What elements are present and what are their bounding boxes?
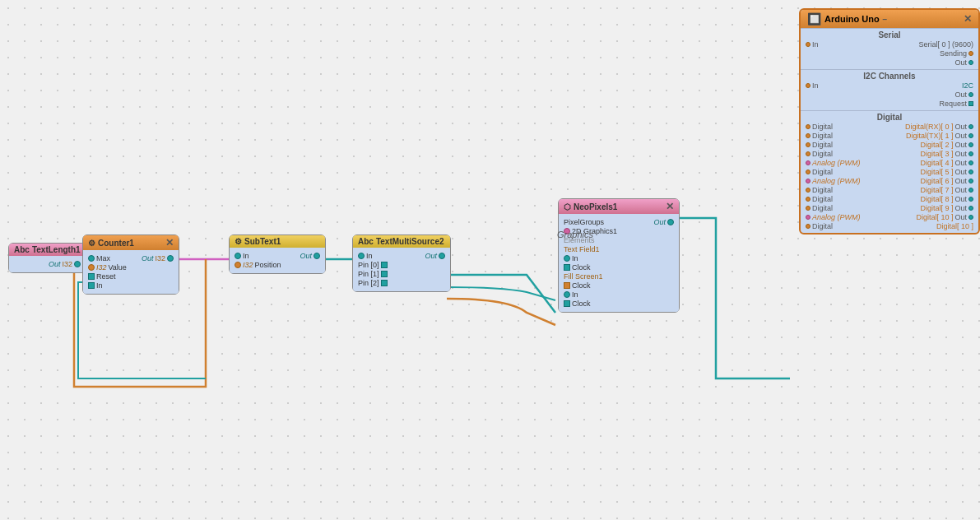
arduino-dig7-sub: Digital[ 7 ] [920,186,953,194]
textmultisource-out-label: Out [425,252,437,260]
counter-out-label: Out [142,254,154,262]
arduino-dig7-out-dot [968,188,973,193]
arduino-title: Arduino Uno [824,14,880,24]
arduino-dig5-out: Out [954,168,967,176]
counter-value-text: Value [109,263,127,272]
arduino-dig4-out: Out [954,159,967,167]
neopixels-close[interactable]: ✕ [666,201,674,212]
arduino-serial-sending-row: Sending [806,49,973,58]
subtext-inout-row: In Out [235,252,320,260]
counter-reset-label: Reset [96,272,116,281]
arduino-serial-sending-dot [968,51,973,56]
counter-out-port: Out I32 [142,254,174,262]
neopixels-in2-dot [564,291,570,298]
arduino-dig9-label: Digital [812,204,833,212]
arduino-dig8-row: Digital Digital[ 8 ] Out [806,195,973,203]
arduino-dig-rx-out: Out [954,123,967,131]
counter-in-label: In [96,281,103,290]
arduino-dig5-dot [806,169,810,174]
neopixels-graphics-label: 2D Graphics1 [572,227,617,235]
textmultisource-pin1-row: Pin [1] [358,270,445,278]
arduino-dig9-dot [806,206,810,211]
neopixels-fs-row: Fill Screen1 [564,272,674,281]
neopixels-fs-label: Fill Screen1 [564,272,603,281]
arduino-dig-rx-label: Digital [812,123,833,131]
counter-reset-square [88,273,95,280]
arduino-dig-tx-out: Out [954,132,967,140]
counter-max-port: Max [88,254,110,262]
subtext-in-port: In [235,252,249,260]
subtext-node[interactable]: ⚙ SubText1 In Out I32 Position [229,234,326,274]
arduino-close[interactable]: ✕ [964,13,972,25]
arduino-minimize[interactable]: − [883,15,888,24]
arduino-dig6-sub: Digital[ 6 ] [920,177,953,185]
arduino-dig3-out: Out [954,150,967,158]
arduino-dig5-sub: Digital[ 5 ] [920,168,953,176]
arduino-dig7-label: Digital [812,186,833,194]
subtext-pos-row: I32 Position [235,261,320,269]
neopixels-elements-label: Elements [564,236,595,244]
arduino-dig-rx-dot [806,124,810,129]
subtext-body: In Out I32 Position [230,248,325,273]
neopixels-title: NeoPixels1 [574,202,617,211]
textmultisource-header: Abc TextMultiSource2 [353,235,450,248]
neopixels-in1-port: In [564,254,578,262]
arduino-dig2-out: Out [954,141,967,149]
arduino-dig10-analog-dot [806,215,810,220]
arduino-dig3-dot [806,151,810,156]
arduino-dig8-out: Out [954,195,967,203]
arduino-dig9-row: Digital Digital[ 9 ] Out [806,204,973,212]
textmultisource-pin1-square [381,271,388,277]
arduino-dig10-out-dot [968,215,973,220]
arduino-i2c-sub: I2C [962,81,973,90]
neopixels-pg-label: PixelGroups [564,218,604,226]
counter-max-label: Max [96,254,110,262]
textmultisource-pin1-label: Pin [1] [358,270,379,278]
neopixels-clock1-row: Clock [564,263,674,272]
neopixels-out-label: Out [653,218,666,226]
arduino-i2c-out-label: Out [954,91,967,99]
arduino-i2c-out-row: Out [806,91,973,99]
arduino-dig8-dot [806,197,810,202]
arduino-serial-section: Serial In Serial[ 0 ] (9600) Sending Out [801,28,978,69]
neopixels-in2-row: In [564,290,674,299]
neopixels-pg-row: PixelGroups Out [564,218,674,226]
textmultisource-node[interactable]: Abc TextMultiSource2 In Out Pin [0] Pin … [352,234,451,292]
textmultisource-icon: Abc [358,237,374,246]
arduino-header: 🔲 Arduino Uno − ✕ [801,10,978,28]
counter-out-dot [167,255,174,262]
arduino-dig2-label: Digital [812,141,833,149]
neopixels-in1-row: In [564,254,674,262]
arduino-dig10-out: Out [954,213,967,221]
arduino-dig8-sub: Digital[ 8 ] [920,195,953,203]
arduino-dig7-row: Digital Digital[ 7 ] Out [806,186,973,194]
neopixels-clock3-square [564,300,570,307]
arduino-i2c-request-row: Request [806,100,973,108]
textlength-node[interactable]: Abc TextLength1 Out I32 [8,243,86,273]
neopixels-in1-dot [564,255,570,262]
textlength-header: Abc TextLength1 [9,244,86,256]
textmultisource-inout-row: In Out [358,252,445,260]
textmultisource-in-label: In [366,252,373,260]
neopixels-out-port: Out [653,218,674,226]
neopixels-node[interactable]: ⬡ NeoPixels1 ✕ PixelGroups Out 2D Graphi… [558,198,680,313]
neopixels-in2-label: In [572,290,578,299]
arduino-dig5-out-dot [968,169,973,174]
arduino-dig-tx-dot [806,133,810,138]
arduino-dig10b-sub: Digital[ 10 ] [936,222,973,230]
arduino-dig-tx-sub: Digital(TX)[ 1 ] [906,132,954,140]
arduino-dig4-analog-row: Analog (PWM) Digital[ 4 ] Out [806,159,973,167]
neopixels-icon: ⬡ [564,202,571,211]
arduino-dig-rx-row: Digital Digital(RX)[ 0 ] Out [806,123,973,131]
subtext-out-label: Out [300,252,312,260]
counter-node[interactable]: ⚙ Counter1 ✕ Max Out I32 I32 Value [82,234,179,295]
arduino-dig6-analog-label: Analog (PWM) [812,177,861,185]
counter-value-label: I32 [96,263,107,272]
counter-reset-port: Reset [88,272,116,281]
counter-close[interactable]: ✕ [165,237,174,248]
arduino-dig3-out-dot [968,151,973,156]
neopixels-clock2-square [564,282,570,289]
neopixels-header: ⬡ NeoPixels1 ✕ [559,199,679,214]
neopixels-in2-port: In [564,290,578,299]
arduino-dig6-out-dot [968,179,973,183]
